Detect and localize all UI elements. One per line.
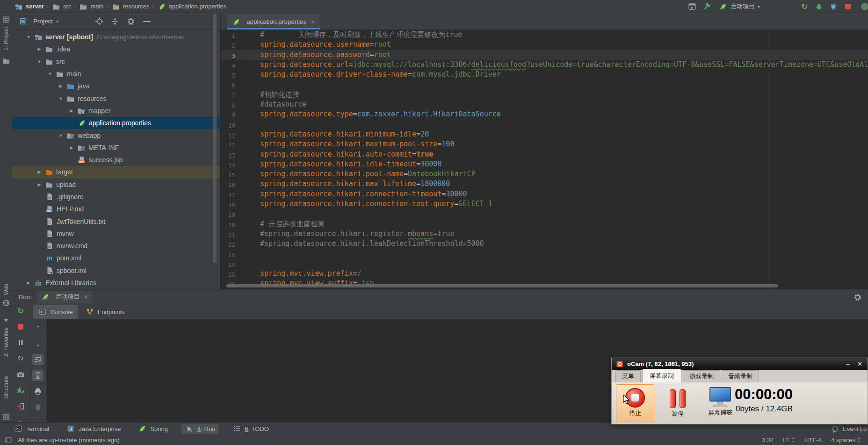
run-settings-gear-icon[interactable] [853, 293, 862, 302]
down-icon[interactable]: ↓ [32, 338, 43, 349]
tree-row-pom-xml[interactable]: mpom.xml [12, 252, 220, 264]
stop-icon[interactable] [843, 2, 853, 11]
ocam-tab-屏幕录制[interactable]: 屏幕录制 [642, 369, 681, 382]
disconnect-icon[interactable] [15, 401, 26, 412]
stripe-structure-button[interactable]: Structure [3, 364, 9, 411]
tree-row-HELP-md[interactable]: MDHELP.md [12, 203, 220, 215]
tool-window-icon[interactable] [687, 2, 697, 11]
tree-row-resources[interactable]: ▼resources [12, 92, 220, 104]
structure-grid-icon[interactable] [2, 413, 10, 421]
editor-tab[interactable]: application.properties × [227, 14, 320, 29]
status-widget-4-spaces[interactable]: 4 spaces [831, 437, 861, 444]
toolwindow-toggle-icon[interactable] [4, 435, 13, 445]
tree-row-src[interactable]: ▼src [12, 56, 220, 68]
tree-row-mvnw[interactable]: mvnw [12, 228, 220, 240]
chevron-collapsed-icon[interactable]: ▶ [36, 47, 43, 51]
tree-row--gitignore[interactable]: .gitignore [12, 191, 220, 203]
breadcrumb-item-resources[interactable]: resources [111, 2, 150, 11]
coverage-icon[interactable] [829, 2, 838, 11]
locate-icon[interactable] [94, 17, 104, 26]
close-button[interactable]: ✕ [857, 360, 862, 367]
rerun-icon[interactable]: ↻ [15, 305, 26, 316]
breadcrumb-item-src[interactable]: src [51, 2, 71, 11]
tree-row-External-Libraries[interactable]: ▶External Libraries [12, 277, 220, 289]
tree-row-META-INF[interactable]: ▶META-INF [12, 142, 220, 154]
tree-row-spboot-iml[interactable]: spboot.iml [12, 265, 220, 277]
chevron-collapsed-icon[interactable]: ▶ [36, 170, 43, 174]
toolwindow-button-Spring[interactable]: Spring [134, 423, 171, 434]
project-folder-icon[interactable] [2, 57, 10, 65]
build-hammer-icon[interactable] [702, 2, 711, 11]
stripe-favorites-button[interactable]: 2: Favorites [3, 319, 9, 366]
print-icon[interactable] [32, 386, 43, 397]
code-area[interactable]: 1# 关闭缓存，及时刷新，上线生产环境需要修改为true2spring.data… [221, 30, 868, 289]
tree-row-success-jsp[interactable]: JSPsuccess.jsp [12, 154, 220, 166]
status-widget-LF[interactable]: LF [783, 437, 795, 444]
chevron-expanded-icon[interactable]: ▼ [47, 72, 53, 76]
settings-gear-icon[interactable] [126, 17, 136, 26]
breadcrumb-item-application-properties[interactable]: application.properties [157, 2, 227, 11]
record-pause-button[interactable]: 暂停 [661, 385, 694, 418]
debug-icon[interactable] [814, 2, 824, 11]
tree-row-mvnw-cmd[interactable]: mvnw.cmd [12, 240, 220, 252]
restart-icon[interactable]: ↻ [15, 353, 26, 364]
tree-row-java[interactable]: ▶java [12, 80, 220, 92]
chevron-down-icon[interactable]: ▾ [56, 19, 58, 24]
ocam-tab-音频录制[interactable]: 音频录制 [722, 370, 759, 382]
minimize-button[interactable]: – [846, 360, 850, 367]
close-icon[interactable]: × [311, 18, 315, 26]
breadcrumb-item-server[interactable]: server [14, 2, 44, 11]
soft-wrap-icon[interactable] [32, 354, 43, 365]
globe-icon[interactable] [2, 299, 10, 307]
ocam-title-bar[interactable]: oCam (7, 62, 1861, 953) – ✕ [612, 358, 868, 370]
ocam-tab-游戏录制[interactable]: 游戏录制 [683, 370, 720, 382]
record-stop-button[interactable]: 停止 [616, 384, 654, 422]
tab-endpoints[interactable]: Endpoints [80, 305, 130, 319]
chevron-collapsed-icon[interactable]: ▶ [25, 280, 32, 285]
ocam-tab-菜单[interactable]: 菜单 [615, 370, 641, 382]
breadcrumb-item-main[interactable]: main [79, 2, 103, 11]
screenshot-icon[interactable] [15, 369, 26, 380]
clear-icon[interactable] [32, 402, 43, 413]
toolwindow-button-Java-Enterprise[interactable]: JJava Enterprise [63, 423, 124, 434]
up-icon[interactable]: ↑ [32, 322, 43, 333]
tree-row-target[interactable]: ▶target [12, 166, 220, 178]
event-log-button[interactable]: Event Lo [831, 423, 868, 435]
tree-row-webapp[interactable]: ▼webapp [12, 129, 220, 141]
chevron-collapsed-icon[interactable]: ▶ [68, 145, 75, 150]
toolwindow-button-6-TODO[interactable]: 6: TODO [229, 423, 272, 434]
tree-row-application-properties[interactable]: application.properties [12, 117, 220, 129]
run-configuration-tab[interactable]: 启动项目 × [37, 291, 92, 303]
collapse-all-icon[interactable] [110, 17, 120, 26]
tree-row-upload[interactable]: ▶upload [12, 179, 220, 191]
hide-panel-icon[interactable]: — [142, 17, 152, 26]
chevron-expanded-icon[interactable]: ▼ [25, 35, 32, 39]
run-configuration-select[interactable]: 启动项目▾ [716, 2, 795, 11]
tree-row-main[interactable]: ▼main [12, 68, 220, 80]
clipped-profile-icon[interactable] [858, 2, 867, 11]
status-widget-3-32[interactable]: 3:32 [762, 437, 774, 444]
chevron-expanded-icon[interactable]: ▼ [58, 96, 64, 101]
pause-icon[interactable] [15, 337, 26, 348]
tab-console[interactable]: Console [33, 305, 78, 319]
attach-debugger-icon[interactable] [15, 385, 26, 396]
scroll-end-icon[interactable] [32, 370, 43, 381]
tree-row-mapper[interactable]: ▶mapper [12, 105, 220, 117]
toolwindow-button-4-Run[interactable]: 4: Run [181, 423, 218, 434]
chevron-expanded-icon[interactable]: ▼ [58, 133, 64, 138]
chevron-collapsed-icon[interactable]: ▶ [58, 84, 64, 88]
chevron-collapsed-icon[interactable]: ▶ [68, 108, 75, 113]
tree-row-server-spboot-[interactable]: ▼server [spboot]G:\shejiing\deliciousfoo… [12, 31, 220, 43]
stripe-project-button[interactable]: 1: Project [3, 15, 9, 62]
close-icon[interactable]: × [84, 293, 87, 301]
tree-scrollbar[interactable] [213, 14, 217, 263]
rerun-icon[interactable]: ↻ [800, 2, 809, 11]
tree-row--idea[interactable]: ▶.idea [12, 43, 220, 55]
toolwindow-button-Terminal[interactable]: Terminal [10, 423, 52, 434]
horizontal-scrollbar[interactable] [226, 284, 778, 287]
chevron-expanded-icon[interactable]: ▼ [36, 59, 43, 64]
status-widget-UTF-8[interactable]: UTF-8 [804, 437, 822, 444]
tree-row-JwtTokenUtils-txt[interactable]: JwtTokenUtils.txt [12, 215, 220, 227]
chevron-collapsed-icon[interactable]: ▶ [36, 182, 43, 187]
stop-icon[interactable] [15, 321, 26, 332]
